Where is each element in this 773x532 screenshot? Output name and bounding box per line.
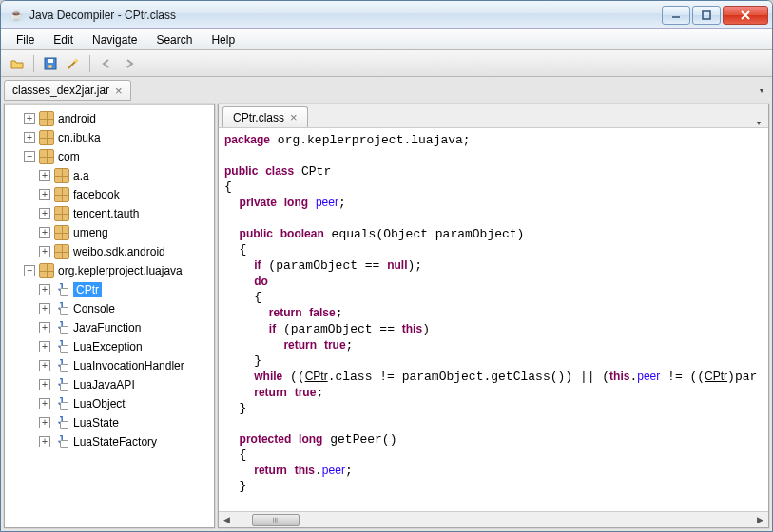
tree-package-a-a[interactable]: +a.a bbox=[5, 166, 214, 185]
tree-label: android bbox=[58, 112, 96, 125]
class-icon bbox=[54, 396, 69, 411]
scroll-thumb[interactable] bbox=[252, 514, 300, 526]
tree-package-cn.ibuka[interactable]: +cn.ibuka bbox=[5, 128, 214, 147]
tree-label: tencent.tauth bbox=[73, 207, 139, 220]
editor-panel: CPtr.class × ▾ package org.keplerproject… bbox=[218, 104, 769, 528]
scroll-right-icon[interactable]: ▶ bbox=[752, 512, 768, 527]
menu-search[interactable]: Search bbox=[146, 29, 202, 49]
tree-package-android[interactable]: +android bbox=[5, 109, 214, 128]
source-code: package org.keplerproject.luajava; publi… bbox=[219, 128, 768, 498]
window-title: Java Decompiler - CPtr.class bbox=[29, 9, 662, 22]
expand-icon[interactable]: + bbox=[39, 398, 50, 409]
tree-class-LuaObject[interactable]: +LuaObject bbox=[5, 394, 214, 413]
expand-icon[interactable]: + bbox=[39, 208, 50, 219]
menu-file[interactable]: File bbox=[7, 29, 44, 49]
tree-package-facebook[interactable]: +facebook bbox=[5, 185, 214, 204]
project-tab-row: classes_dex2jar.jar × ▾ bbox=[4, 80, 769, 101]
tree-package-kepler[interactable]: −org.keplerproject.luajava bbox=[5, 261, 214, 280]
package-icon bbox=[39, 111, 54, 126]
expand-icon[interactable]: + bbox=[39, 322, 50, 333]
menu-help[interactable]: Help bbox=[202, 29, 244, 49]
collapse-icon[interactable]: − bbox=[24, 151, 35, 162]
package-icon bbox=[54, 187, 69, 202]
tree-label: weibo.sdk.android bbox=[73, 245, 165, 258]
tree-label: Console bbox=[73, 302, 115, 315]
tree-class-CPtr[interactable]: +CPtr bbox=[5, 280, 214, 299]
package-icon bbox=[39, 130, 54, 145]
application-window: ☕ Java Decompiler - CPtr.class File Edit… bbox=[0, 0, 773, 532]
expand-icon[interactable]: + bbox=[39, 417, 50, 428]
title-bar[interactable]: ☕ Java Decompiler - CPtr.class bbox=[1, 1, 772, 29]
tree-label: org.keplerproject.luajava bbox=[58, 264, 183, 277]
menu-navigate[interactable]: Navigate bbox=[83, 29, 146, 49]
nav-forward-button[interactable] bbox=[119, 53, 140, 74]
scroll-left-icon[interactable]: ◀ bbox=[219, 512, 235, 527]
tree-class-JavaFunction[interactable]: +JavaFunction bbox=[5, 318, 214, 337]
tree-label: CPtr bbox=[73, 282, 102, 297]
tree-class-LuaInvocationHandler[interactable]: +LuaInvocationHandler bbox=[5, 356, 214, 375]
class-icon bbox=[54, 377, 69, 392]
minimize-button[interactable] bbox=[662, 6, 690, 25]
expand-icon[interactable]: + bbox=[39, 341, 50, 352]
tree-label: facebook bbox=[73, 188, 120, 201]
tree-label: com bbox=[58, 150, 80, 163]
save-button[interactable] bbox=[40, 53, 61, 74]
scroll-track[interactable] bbox=[235, 512, 752, 527]
editor-tab[interactable]: CPtr.class × bbox=[222, 106, 308, 127]
jar-tab[interactable]: classes_dex2jar.jar × bbox=[4, 80, 131, 101]
class-icon bbox=[54, 434, 69, 449]
nav-back-button[interactable] bbox=[96, 53, 117, 74]
tree-package-com[interactable]: −com bbox=[5, 147, 214, 166]
expand-icon[interactable]: + bbox=[39, 379, 50, 390]
expand-icon[interactable]: + bbox=[39, 360, 50, 371]
code-editor[interactable]: package org.keplerproject.luajava; publi… bbox=[219, 128, 768, 511]
expand-icon[interactable]: + bbox=[39, 189, 50, 200]
tree-class-LuaException[interactable]: +LuaException bbox=[5, 337, 214, 356]
expand-icon[interactable]: + bbox=[24, 113, 35, 124]
expand-icon[interactable]: + bbox=[39, 303, 50, 314]
editor-tab-close[interactable]: × bbox=[290, 110, 298, 124]
arrow-left-icon bbox=[101, 58, 112, 69]
tree-class-LuaStateFactory[interactable]: +LuaStateFactory bbox=[5, 432, 214, 451]
class-icon bbox=[54, 301, 69, 316]
tree-label: LuaException bbox=[73, 340, 143, 353]
collapse-icon[interactable]: − bbox=[24, 265, 35, 276]
tree-panel: +android+cn.ibuka−com+a.a+facebook+tence… bbox=[4, 104, 215, 528]
disk-icon bbox=[43, 56, 58, 71]
project-tab-dropdown[interactable]: ▾ bbox=[760, 86, 763, 95]
editor-tab-label: CPtr.class bbox=[233, 111, 284, 124]
toolbar-separator bbox=[33, 55, 34, 72]
open-file-button[interactable] bbox=[7, 53, 28, 74]
class-icon bbox=[54, 358, 69, 373]
tree-label: LuaObject bbox=[73, 397, 126, 410]
folder-open-icon bbox=[10, 56, 25, 71]
window-controls bbox=[662, 6, 768, 25]
menu-edit[interactable]: Edit bbox=[44, 29, 83, 49]
wand-button[interactable] bbox=[63, 53, 84, 74]
tree-class-Console[interactable]: +Console bbox=[5, 299, 214, 318]
tree-class-LuaState[interactable]: +LuaState bbox=[5, 413, 214, 432]
expand-icon[interactable]: + bbox=[39, 284, 50, 295]
tree-label: LuaState bbox=[73, 416, 119, 429]
tree-class-LuaJavaAPI[interactable]: +LuaJavaAPI bbox=[5, 375, 214, 394]
arrow-right-icon bbox=[124, 58, 135, 69]
expand-icon[interactable]: + bbox=[39, 227, 50, 238]
maximize-button[interactable] bbox=[692, 6, 721, 25]
tree-package-weibo-sdk-android[interactable]: +weibo.sdk.android bbox=[5, 242, 214, 261]
jar-tab-label: classes_dex2jar.jar bbox=[12, 84, 109, 97]
expand-icon[interactable]: + bbox=[39, 246, 50, 257]
close-button[interactable] bbox=[723, 6, 768, 25]
editor-tab-dropdown[interactable]: ▾ bbox=[757, 119, 761, 127]
class-icon bbox=[54, 415, 69, 430]
expand-icon[interactable]: + bbox=[39, 436, 50, 447]
package-icon bbox=[54, 244, 69, 259]
package-icon bbox=[54, 206, 69, 221]
tree-package-umeng[interactable]: +umeng bbox=[5, 223, 214, 242]
expand-icon[interactable]: + bbox=[39, 170, 50, 181]
jar-tab-close[interactable]: × bbox=[115, 85, 123, 97]
tree-package-tencent-tauth[interactable]: +tencent.tauth bbox=[5, 204, 214, 223]
expand-icon[interactable]: + bbox=[24, 132, 35, 143]
editor-tab-row: CPtr.class × ▾ bbox=[219, 104, 768, 128]
package-tree[interactable]: +android+cn.ibuka−com+a.a+facebook+tence… bbox=[5, 104, 214, 527]
h-scrollbar[interactable]: ◀ ▶ bbox=[219, 511, 768, 527]
